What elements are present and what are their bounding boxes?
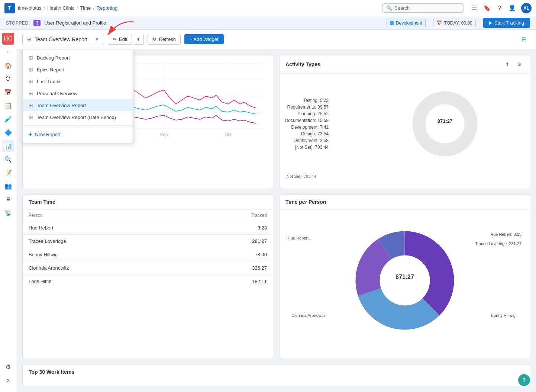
edit-button[interactable]: ✏ Edit: [108, 34, 132, 45]
today-badge[interactable]: 📅 TODAY: 00:00: [433, 19, 476, 27]
menu-icon[interactable]: ☰: [471, 4, 478, 12]
help-floating-button[interactable]: ?: [518, 374, 530, 386]
dropdown-label-epics: Epics Report: [37, 67, 64, 73]
chevron-down-icon: ▼: [95, 37, 99, 42]
activity-types-widget: Activity Types ⬆ ⚙ Testing: 0:23 Require…: [279, 55, 530, 188]
dropdown-item-last-tracks[interactable]: ⊞ Last Tracks: [23, 75, 133, 87]
person-name: Bonny Hillwig: [23, 248, 186, 261]
main-layout: HC + 🏠 ⏱ 📅 📋 🧪 🔷 📊 🔍 📝 👥 🖥 📡 ⚙ « ⊞ Team …: [0, 30, 536, 392]
legend-requirements: Requirements: 39:57: [284, 105, 358, 110]
filter-icon-button[interactable]: ⊟: [518, 33, 530, 45]
add-widget-button[interactable]: + Add Widget: [184, 34, 224, 44]
svg-text:871:27: 871:27: [437, 118, 452, 124]
sidebar-item-monitor[interactable]: 🖥: [2, 193, 14, 205]
legend-deployment: Deployment: 3:58: [284, 138, 358, 143]
activity-upload-button[interactable]: ⬆: [503, 60, 512, 69]
toolbar: ⊞ Team Overview Report ▼ ✏ Edit ▾ ↻ Refr…: [16, 30, 536, 49]
dropdown-item-epics[interactable]: ⊞ Epics Report: [23, 64, 133, 75]
person-tracked: 3:23: [186, 221, 273, 235]
table-icon-last-tracks: ⊞: [29, 78, 33, 84]
activity-content: Testing: 0:23 Requirements: 39:57 Planni…: [280, 74, 530, 174]
time-per-person-header: Time per Person: [280, 195, 530, 210]
sidebar-item-packages[interactable]: 🔷: [2, 126, 14, 138]
table-row: Loris Hittle 182:11: [23, 275, 273, 288]
edit-dropdown-button[interactable]: ▾: [133, 34, 144, 45]
calendar-icon: 📅: [436, 20, 442, 26]
sidebar-item-list[interactable]: 📝: [2, 167, 14, 179]
person-name: Clorinda Aronowitz: [23, 261, 186, 275]
col-tracked: Tracked: [186, 210, 273, 221]
search-icon: 🔍: [386, 5, 392, 11]
sidebar-item-plus[interactable]: +: [2, 46, 14, 58]
dropdown-item-backlog[interactable]: ⊞ Backlog Report: [23, 52, 133, 64]
start-tracking-button[interactable]: Start Tracking: [483, 18, 530, 28]
report-selector-title: Team Overview Report: [35, 36, 92, 42]
time-per-person-widget: Time per Person Hue Hebert.. Clorinda Ar…: [279, 194, 530, 358]
legend-testing: Testing: 0:23: [284, 98, 358, 103]
not-set-label: [Not Set]: 703:44: [280, 174, 530, 181]
refresh-button[interactable]: ↻ Refresh: [148, 34, 181, 45]
sidebar-item-search[interactable]: 🔍: [2, 153, 14, 165]
col-person: Person: [23, 210, 186, 221]
sidebar-item-tasks[interactable]: 📋: [2, 100, 14, 112]
dropdown-label-personal: Personal Overview: [37, 91, 77, 96]
breadcrumb-timeplutus[interactable]: time-plutus: [18, 5, 42, 11]
sidebar-item-tracking[interactable]: 📡: [2, 207, 14, 219]
dropdown-label-team-overview: Team Overview Report: [37, 103, 86, 108]
svg-text:Oct: Oct: [225, 132, 232, 137]
breadcrumb-reporting[interactable]: Reporting: [97, 5, 117, 11]
legend-not-set: [Not Set]: 703:44: [284, 145, 358, 150]
task-number-badge: 3: [33, 20, 41, 26]
new-report-button[interactable]: + New Report: [23, 128, 133, 141]
help-icon[interactable]: ?: [496, 4, 503, 12]
dev-badge[interactable]: Development: [387, 19, 426, 27]
svg-point-27: [380, 256, 430, 305]
user-icon[interactable]: 👤: [508, 4, 516, 12]
dropdown-label-team-date: Team Overview Report (Date Period): [37, 115, 116, 120]
table-icon-team-overview: ⊞: [29, 102, 33, 108]
report-selector-icon: ⊞: [27, 36, 32, 42]
refresh-icon: ↻: [152, 36, 156, 42]
sidebar-item-home[interactable]: 🏠: [2, 60, 14, 71]
bonny-label: Bonny Hillwig..: [491, 313, 518, 318]
sidebar-item-settings[interactable]: ⚙: [2, 361, 14, 373]
dev-dot-icon: [390, 21, 394, 25]
legend-planning: Planning: 25:52: [284, 111, 358, 116]
report-selector[interactable]: ⊞ Team Overview Report ▼: [22, 34, 104, 45]
dropdown-item-team-date[interactable]: ⊞ Team Overview Report (Date Period): [23, 111, 133, 123]
person-tracked: 78:00: [186, 248, 273, 261]
new-report-label: New Report: [35, 132, 61, 137]
bookmark-icon[interactable]: 🔖: [483, 4, 491, 12]
search-input[interactable]: [394, 5, 454, 11]
legend-documentation: Documentation: 15:59: [284, 118, 358, 123]
breadcrumb-time[interactable]: Time: [80, 5, 91, 11]
activity-settings-button[interactable]: ⚙: [515, 60, 524, 69]
time-per-person-svg: 871:27: [353, 228, 457, 332]
search-box[interactable]: 🔍: [382, 3, 464, 13]
start-tracking-label: Start Tracking: [494, 20, 524, 26]
sidebar-item-reports[interactable]: 📊: [2, 140, 14, 152]
table-row: Clorinda Aronowitz 326:27: [23, 261, 273, 275]
sidebar-item-calendar[interactable]: 📅: [2, 86, 14, 98]
breadcrumb-healthclinic[interactable]: Health Clinic: [47, 5, 74, 11]
plus-icon: +: [29, 131, 32, 138]
today-label: TODAY: 00:00: [444, 20, 472, 26]
activity-pie-svg: 871:27: [408, 87, 482, 161]
team-time-title: Team Time: [29, 199, 55, 205]
sidebar-item-board[interactable]: 🧪: [2, 113, 14, 125]
table-row: Hue Hebert 3:23: [23, 221, 273, 235]
legend-design: Design: 73:54: [284, 131, 358, 136]
dropdown-item-personal[interactable]: ⊞ Personal Overview: [23, 87, 133, 99]
table-row: Tracee Loveridge 281:27: [23, 235, 273, 248]
dropdown-item-team-overview[interactable]: ⊞ Team Overview Report: [23, 99, 133, 111]
sidebar-item-team[interactable]: 👥: [2, 180, 14, 192]
sidebar-item-collapse[interactable]: «: [2, 374, 14, 386]
person-name: Hue Hebert: [23, 221, 186, 235]
activity-types-header: Activity Types ⬆ ⚙: [280, 55, 530, 74]
sidebar-item-hc[interactable]: HC: [2, 33, 14, 45]
avatar[interactable]: AL: [521, 3, 532, 13]
sidebar-item-time[interactable]: ⏱: [2, 73, 14, 85]
table-icon-team-date: ⊞: [29, 114, 33, 120]
person-tracked: 281:27: [186, 235, 273, 248]
team-time-header: Team Time: [23, 195, 273, 210]
